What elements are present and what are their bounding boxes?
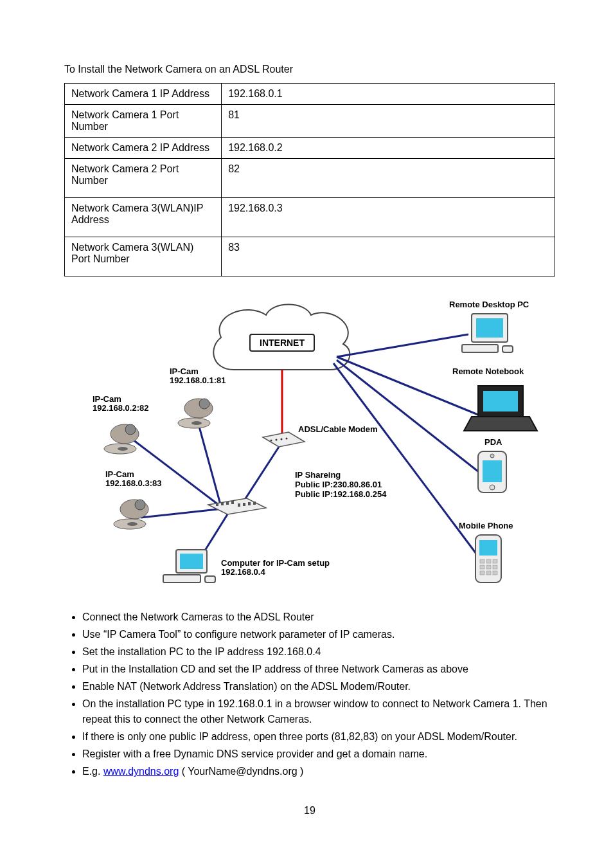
svg-point-22 (191, 421, 202, 425)
svg-rect-43 (476, 318, 503, 338)
link-modem-switch (244, 447, 279, 502)
svg-text:192.168.0.1:81: 192.168.0.1:81 (170, 375, 226, 385)
svg-point-52 (490, 485, 495, 490)
svg-rect-36 (180, 554, 203, 569)
link-switch-cam3 (141, 509, 218, 518)
svg-point-50 (490, 454, 494, 458)
table-cell-value: 192.168.0.1 (222, 84, 555, 105)
internet-label: INTERNET (260, 338, 305, 348)
svg-text:IP-Cam: IP-Cam (170, 366, 199, 376)
table-cell-name: Network Camera 1 IP Address (65, 84, 222, 105)
table-cell-name: Network Camera 2 Port Number (65, 159, 222, 198)
pda-icon: PDA (478, 437, 506, 493)
svg-point-4 (286, 438, 288, 440)
link-switch-cam2 (128, 436, 221, 507)
table-cell-name: Network Camera 3(WLAN) Port Number (65, 237, 222, 276)
list-item: On the installation PC type in 192.168.0… (82, 696, 555, 727)
svg-text:Public IP:230.80.86.01: Public IP:230.80.86.01 (295, 480, 382, 489)
remote-desktop-icon: Remote Desktop PC (449, 300, 529, 352)
svg-rect-13 (253, 502, 256, 505)
switch-icon: IP Shareing Public IP:230.80.86.01 Publi… (208, 470, 387, 514)
svg-text:ADSL/Cable Modem: ADSL/Cable Modem (298, 424, 378, 434)
mobile-phone-icon: Mobile Phone (459, 521, 513, 583)
svg-point-2 (276, 439, 278, 441)
svg-rect-61 (493, 565, 497, 569)
link-internet-notebook (337, 357, 478, 415)
svg-rect-55 (479, 540, 497, 556)
setup-pc-icon: Computer for IP-Cam setup 192.168.0.4 (163, 550, 330, 583)
link-internet-pda (337, 360, 488, 479)
svg-rect-10 (238, 503, 240, 507)
table-cell-value: 82 (222, 159, 555, 198)
list-item: Connect the Network Cameras to the ADSL … (82, 610, 555, 625)
intro-text: To Install the Network Camera on an ADSL… (64, 62, 555, 77)
svg-text:192.168.0.2:82: 192.168.0.2:82 (93, 403, 148, 413)
svg-rect-7 (221, 502, 224, 505)
list-item: Register with a free Dynamic DNS service… (82, 746, 555, 762)
svg-text:192.168.0.3:83: 192.168.0.3:83 (105, 478, 161, 488)
modem-icon: ADSL/Cable Modem (263, 424, 378, 447)
svg-point-20 (199, 399, 209, 409)
svg-point-1 (271, 440, 272, 442)
table-cell-name: Network Camera 2 IP Address (65, 138, 222, 159)
svg-text:Remote Notebook: Remote Notebook (452, 366, 524, 376)
svg-rect-59 (480, 565, 484, 569)
list-item: If there is only one public IP address, … (82, 729, 555, 745)
svg-text:Public IP:192.168.0.254: Public IP:192.168.0.254 (295, 489, 387, 499)
svg-rect-47 (483, 391, 518, 411)
svg-rect-11 (243, 503, 245, 506)
table-cell-value: 81 (222, 105, 555, 138)
svg-rect-51 (483, 460, 502, 482)
svg-text:Mobile Phone: Mobile Phone (459, 521, 513, 530)
page-number: 19 (64, 805, 555, 817)
svg-point-32 (135, 500, 145, 510)
svg-point-3 (281, 439, 283, 440)
svg-text:192.168.0.4: 192.168.0.4 (221, 567, 265, 577)
list-item: Put in the Installation CD and set the I… (82, 662, 555, 677)
table-cell-name: Network Camera 1 Port Number (65, 105, 222, 138)
svg-text:IP Shareing: IP Shareing (295, 470, 341, 480)
svg-text:IP-Cam: IP-Cam (105, 469, 134, 479)
table-cell-value: 83 (222, 237, 555, 276)
network-table-cont: Network Camera 3(WLAN) Port Number 83 (64, 237, 555, 276)
svg-point-28 (118, 447, 128, 451)
svg-rect-38 (205, 576, 215, 583)
list-item: E.g. www.dyndns.org ( YourName@dyndns.or… (82, 764, 555, 779)
instruction-list: Connect the Network Cameras to the ADSL … (64, 610, 555, 779)
svg-rect-8 (226, 502, 229, 505)
list-item: Use “IP Camera Tool” to configure networ… (82, 627, 555, 642)
svg-rect-60 (486, 565, 491, 569)
internet-cloud-icon: INTERNET (213, 305, 350, 370)
svg-rect-12 (248, 502, 251, 505)
table-cell-value: 192.168.0.2 (222, 138, 555, 159)
svg-text:PDA: PDA (484, 437, 502, 447)
remote-notebook-icon: Remote Notebook (452, 366, 537, 431)
svg-rect-37 (163, 575, 200, 583)
list-item: Enable NAT (Network Address Translation)… (82, 679, 555, 694)
svg-rect-57 (486, 559, 491, 563)
dyndns-link[interactable]: www.dyndns.org (103, 766, 179, 777)
table-cell-name: Network Camera 3(WLAN)IP Address (65, 198, 222, 237)
table-cell-value: 192.168.0.3 (222, 198, 555, 237)
link-internet-mobile (333, 363, 478, 556)
svg-text:Remote Desktop PC: Remote Desktop PC (449, 300, 529, 309)
ipcam3-icon: IP-Cam 192.168.0.3:83 (105, 469, 161, 529)
svg-text:Computer for IP-Cam setup: Computer for IP-Cam setup (221, 558, 330, 568)
svg-point-34 (127, 522, 138, 526)
link-switch-cam1 (199, 424, 221, 507)
svg-rect-64 (493, 571, 497, 575)
ipcam1-icon: IP-Cam 192.168.0.1:81 (170, 366, 226, 428)
svg-rect-45 (502, 346, 513, 352)
svg-text:IP-Cam: IP-Cam (93, 394, 121, 404)
network-table: Network Camera 1 IP Address 192.168.0.1 … (64, 83, 555, 237)
svg-rect-9 (231, 501, 234, 504)
svg-rect-44 (462, 345, 498, 352)
network-diagram: INTERNET ADSL/Cable Modem (67, 296, 555, 598)
svg-rect-63 (486, 571, 491, 575)
link-internet-desktop (337, 334, 468, 357)
svg-point-26 (125, 424, 136, 435)
svg-rect-62 (480, 571, 484, 575)
svg-rect-56 (480, 559, 484, 563)
list-item: Set the installation PC to the IP addres… (82, 644, 555, 660)
svg-rect-6 (216, 503, 218, 506)
